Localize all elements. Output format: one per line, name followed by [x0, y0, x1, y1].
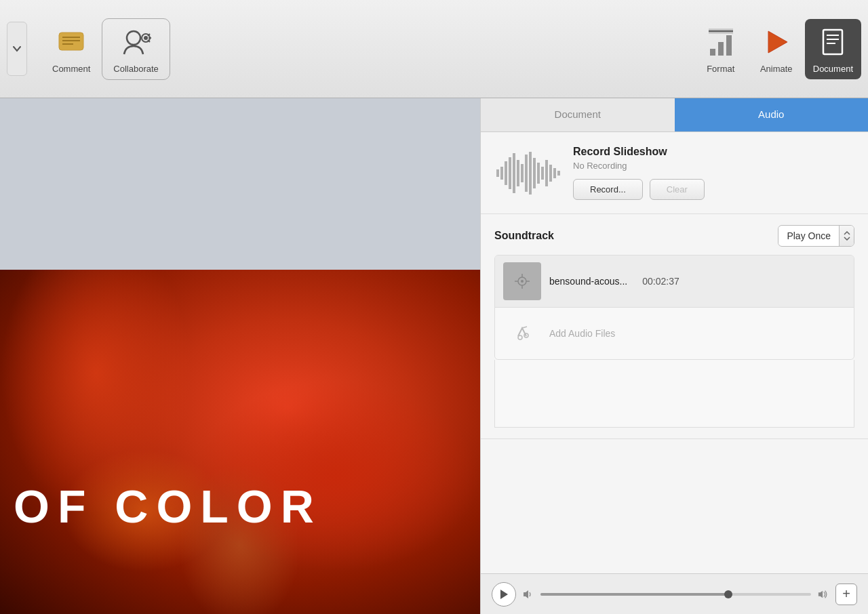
comment-label: Comment: [52, 64, 90, 74]
format-label: Format: [707, 64, 734, 74]
svg-point-6: [144, 36, 148, 40]
play-mode-select[interactable]: Play Once: [778, 225, 854, 247]
add-audio-label: Add Audio Files: [549, 328, 615, 339]
svg-rect-11: [718, 42, 724, 56]
audio-track-name: bensound-acous...: [549, 276, 627, 287]
clear-button[interactable]: Clear: [650, 179, 705, 200]
record-slideshow-status: No Recording: [573, 161, 854, 171]
svg-rect-29: [533, 158, 536, 188]
animate-label: Animate: [760, 64, 793, 74]
waveform-icon: [494, 146, 562, 200]
audio-track-item[interactable]: bensound-acous... 00:02:37: [495, 255, 854, 308]
flower-background: OF COLOR: [0, 270, 480, 614]
format-button[interactable]: Format: [694, 19, 748, 79]
svg-rect-27: [525, 155, 528, 192]
document-button[interactable]: Document: [805, 19, 861, 79]
svg-rect-20: [496, 169, 499, 177]
tab-document[interactable]: Document: [481, 98, 675, 131]
scrubber-thumb: [724, 590, 732, 598]
svg-rect-24: [513, 153, 515, 193]
svg-rect-28: [529, 152, 532, 195]
volume-low-icon: [523, 589, 534, 600]
play-mode-value: Play Once: [778, 227, 839, 245]
toolbar-left: Comment Collaborate: [7, 18, 687, 80]
audio-track-duration: 00:02:37: [642, 276, 679, 287]
canvas-area: OF COLOR: [0, 98, 480, 614]
svg-rect-25: [517, 160, 519, 186]
svg-rect-12: [726, 35, 732, 56]
document-label: Document: [813, 64, 853, 74]
svg-rect-22: [505, 161, 507, 185]
format-icon: [703, 24, 738, 60]
comment-icon: [54, 24, 89, 60]
svg-rect-33: [549, 165, 552, 182]
svg-rect-10: [710, 49, 715, 56]
record-buttons: Record... Clear: [573, 179, 854, 200]
collaborate-label: Collaborate: [113, 64, 159, 74]
svg-point-4: [127, 31, 140, 45]
soundtrack-section: Soundtrack Play Once: [481, 214, 868, 439]
svg-marker-45: [500, 590, 508, 599]
collaborate-icon: [119, 24, 154, 60]
canvas-top-slide: [0, 98, 480, 270]
svg-marker-14: [709, 28, 733, 34]
document-icon: [815, 24, 850, 60]
add-audio-item[interactable]: Add Audio Files: [495, 308, 854, 359]
slide-text: OF COLOR: [14, 480, 322, 533]
svg-rect-26: [521, 164, 524, 182]
canvas-bottom-slide: OF COLOR: [0, 270, 480, 614]
record-info: Record Slideshow No Recording Record... …: [573, 146, 854, 200]
svg-rect-21: [500, 167, 503, 180]
panel-tabs: Document Audio: [481, 98, 868, 132]
svg-rect-31: [541, 167, 544, 180]
record-button[interactable]: Record...: [573, 179, 643, 200]
svg-rect-16: [823, 30, 842, 54]
volume-high-icon: [818, 589, 829, 600]
soundtrack-label: Soundtrack: [494, 230, 554, 242]
animate-icon: [759, 24, 794, 60]
soundtrack-header: Soundtrack Play Once: [494, 225, 854, 247]
toolbar-right: Format Animate Document: [694, 19, 861, 79]
add-audio-thumb: [503, 314, 541, 352]
right-panel: Document Audio: [480, 98, 868, 614]
svg-point-37: [521, 280, 524, 283]
svg-rect-32: [545, 160, 548, 186]
svg-rect-35: [557, 171, 560, 176]
svg-rect-23: [509, 157, 511, 189]
scrubber-fill: [540, 593, 730, 596]
svg-marker-15: [768, 31, 787, 53]
svg-line-44: [522, 327, 527, 328]
record-slideshow-section: Record Slideshow No Recording Record... …: [481, 132, 868, 214]
toolbar: Comment Collaborate: [0, 0, 868, 98]
audio-track-thumb: [503, 262, 541, 300]
comment-button[interactable]: Comment: [44, 19, 98, 79]
playback-scrubber[interactable]: [540, 593, 811, 596]
tab-audio[interactable]: Audio: [675, 98, 869, 131]
dropdown-button[interactable]: [7, 22, 27, 76]
audio-empty-area: [494, 360, 854, 428]
panel-content: Record Slideshow No Recording Record... …: [481, 132, 868, 573]
play-mode-arrows[interactable]: [839, 226, 854, 246]
playback-bar: +: [481, 573, 868, 614]
main-area: OF COLOR Document Audio: [0, 98, 868, 614]
svg-rect-34: [553, 168, 556, 178]
audio-list: bensound-acous... 00:02:37: [494, 255, 854, 360]
play-button[interactable]: [492, 582, 516, 607]
svg-point-42: [518, 335, 522, 340]
record-slideshow-title: Record Slideshow: [573, 146, 854, 158]
svg-rect-30: [537, 163, 540, 184]
animate-button[interactable]: Animate: [749, 19, 804, 79]
add-track-button[interactable]: +: [835, 584, 857, 605]
collaborate-button[interactable]: Collaborate: [102, 18, 170, 80]
